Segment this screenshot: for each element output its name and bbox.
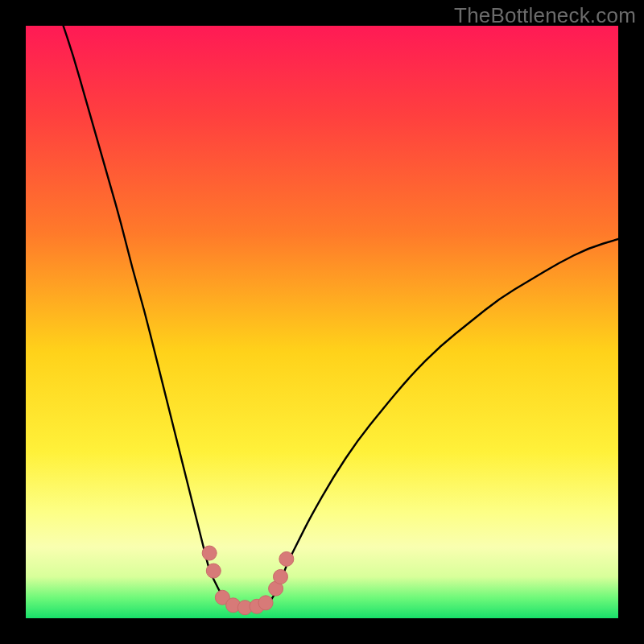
highlight-marker bbox=[206, 564, 221, 578]
watermark-text: TheBottleneck.com bbox=[454, 3, 636, 28]
plot-area bbox=[26, 26, 618, 618]
highlight-marker bbox=[258, 596, 273, 610]
highlight-marker bbox=[279, 551, 294, 566]
chart-svg bbox=[26, 26, 618, 618]
gradient-background bbox=[26, 26, 618, 618]
highlight-marker bbox=[273, 569, 287, 584]
highlight-marker bbox=[202, 546, 217, 560]
outer-frame: TheBottleneck.com bbox=[0, 0, 644, 644]
